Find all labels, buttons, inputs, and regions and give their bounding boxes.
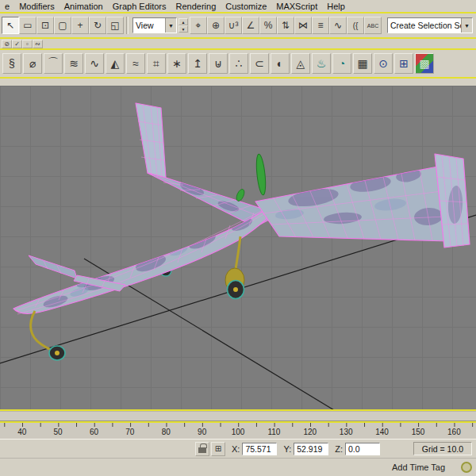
z-label: Z: xyxy=(335,444,343,454)
selection-set-value: Create Selection Set xyxy=(388,18,461,33)
select-and-scale-icon[interactable]: ◱ xyxy=(106,17,124,34)
use-pivot-point-icon[interactable]: ⌖ xyxy=(190,17,207,34)
prompt-bar: Add Time Tag xyxy=(0,458,476,476)
select-object-icon[interactable]: ↖ xyxy=(2,17,19,34)
viewport-canvas xyxy=(0,86,476,409)
propeller-blade[interactable] xyxy=(255,154,267,196)
track-bar[interactable]: 405060708090100110120130140150160 xyxy=(0,423,476,439)
frame-ruler: 405060708090100110120130140150160 xyxy=(0,423,476,436)
grid-axes xyxy=(0,215,476,409)
ripple-tool-icon[interactable]: ∿ xyxy=(85,53,104,74)
scatter-tool-icon[interactable]: ∴ xyxy=(229,53,248,74)
frame-number: 160 xyxy=(436,428,472,436)
rename-objects-icon[interactable]: ABC xyxy=(364,17,382,34)
arc-rotate-icon[interactable] xyxy=(461,462,472,473)
status-bar: ⊞ X: 75.571 Y: 52.919 Z: 0.0 Grid = 10.0 xyxy=(0,439,476,458)
boolean-tool-icon[interactable]: ⊎ xyxy=(209,53,228,74)
y-coordinate-field[interactable]: 52.919 xyxy=(294,443,328,455)
schematic-view-icon[interactable]: ({ xyxy=(347,17,364,34)
menu-item[interactable]: Modifiers xyxy=(14,2,60,11)
menu-item[interactable]: Customize xyxy=(221,2,271,11)
select-and-manipulate-icon[interactable]: ⊕ xyxy=(207,17,225,34)
menu-bar: eModifiersAnimationGraph EditorsRenderin… xyxy=(0,0,476,12)
frame-number: 100 xyxy=(220,428,255,436)
frame-number: 80 xyxy=(148,428,184,436)
add-time-tag-button[interactable]: Add Time Tag xyxy=(392,463,445,472)
coordinate-spinner[interactable]: ▲ ▼ xyxy=(178,18,188,33)
dropdown-arrow-icon[interactable]: ▼ xyxy=(461,18,472,33)
helix-tool-icon[interactable]: § xyxy=(2,53,21,74)
select-and-rotate-icon[interactable]: ↻ xyxy=(89,17,106,34)
aircraft-model[interactable] xyxy=(13,103,470,360)
rect-selection-region-icon[interactable]: ▭ xyxy=(19,17,36,34)
frame-number: 50 xyxy=(40,428,75,436)
frame-number: 110 xyxy=(256,428,292,436)
region-zoom-icon[interactable]: ⊞ xyxy=(394,53,413,74)
align-icon[interactable]: ≡ xyxy=(312,17,329,34)
transform-typein-toggle-icon[interactable]: ⊞ xyxy=(211,442,225,456)
spinner-up-icon[interactable]: ▲ xyxy=(178,18,188,25)
frame-number: 120 xyxy=(292,428,328,436)
menu-item[interactable]: Rendering xyxy=(171,2,221,11)
curve-editor-icon[interactable]: ∿ xyxy=(329,17,347,34)
lathe-tool-icon[interactable]: ⌀ xyxy=(23,53,42,74)
mini-tool-icon-3[interactable]: ▫ xyxy=(22,40,33,48)
snap-tools-group: ⌖⊕∪³∠%⇅⋈≡∿({ABC xyxy=(190,17,382,34)
mirror-icon[interactable]: ⋈ xyxy=(294,17,312,34)
x-label: X: xyxy=(232,444,240,454)
lattice-tool-icon[interactable]: ⌗ xyxy=(147,53,166,74)
mini-tool-icon-4[interactable]: ∾ xyxy=(33,40,43,48)
view-dropdown-value: View xyxy=(133,18,165,33)
mini-tool-icon-2[interactable]: ✓ xyxy=(12,40,22,48)
selection-tools-group: ↖▭⊡▢+↻◱ xyxy=(2,17,124,34)
z-coordinate-field[interactable]: 0.0 xyxy=(345,443,380,455)
conform-tool-icon[interactable]: ⊂ xyxy=(250,53,269,74)
angle-snap-icon[interactable]: ∠ xyxy=(242,17,259,34)
menu-item[interactable]: Animation xyxy=(60,2,108,11)
menu-item[interactable]: Help xyxy=(322,2,350,11)
spinner-down-icon[interactable]: ▼ xyxy=(178,25,188,33)
layer-manager-icon[interactable]: ▦ xyxy=(353,53,372,74)
mini-tool-icon-1[interactable]: ⊘ xyxy=(2,40,12,48)
smooth-tool-icon[interactable]: ∗ xyxy=(167,53,186,74)
select-and-move-icon[interactable]: + xyxy=(71,17,89,34)
named-selection-set-combo[interactable]: Create Selection Set ▼ xyxy=(387,17,473,33)
perspective-viewport[interactable] xyxy=(0,86,476,409)
grid-size-display: Grid = 10.0 xyxy=(413,442,472,455)
render-scene-icon[interactable]: ♨ xyxy=(312,53,331,74)
taper-tool-icon[interactable]: ◭ xyxy=(106,53,125,74)
menu-item[interactable]: Graph Editors xyxy=(108,2,171,11)
main-toolbar: ↖▭⊡▢+↻◱ View ▼ ▲ ▼ ⌖⊕∪³∠%⇅⋈≡∿({ABC Creat… xyxy=(0,13,476,37)
extrude-tool-icon[interactable]: ↥ xyxy=(188,53,207,74)
bend-tool-icon[interactable]: ⌒ xyxy=(44,53,63,74)
toolbar-separator xyxy=(126,17,129,34)
morph-tool-icon[interactable]: ◐ xyxy=(271,53,290,74)
mesher-tool-icon[interactable]: ◬ xyxy=(291,53,310,74)
selection-lock-icon[interactable] xyxy=(195,442,209,456)
dropdown-arrow-icon[interactable]: ▼ xyxy=(165,18,176,33)
frame-number: 40 xyxy=(4,428,40,436)
x-coordinate-field[interactable]: 75.571 xyxy=(242,443,277,455)
fuselage-camo xyxy=(42,216,254,310)
frame-number: 70 xyxy=(112,428,148,436)
window-crossing-icon[interactable]: ⊡ xyxy=(36,17,54,34)
noise-tool-icon[interactable]: ≈ xyxy=(126,53,145,74)
menu-item[interactable]: e xyxy=(0,2,14,11)
selection-filter-icon[interactable]: ▢ xyxy=(54,17,71,34)
percent-snap-icon[interactable]: % xyxy=(259,17,277,34)
menu-item[interactable]: MAXScript xyxy=(271,2,322,11)
color-swatch-icon[interactable]: ▩ xyxy=(415,53,434,74)
wave-tool-icon[interactable]: ≋ xyxy=(64,53,83,74)
mini-toolbar: ⊘✓▫∾ xyxy=(0,39,476,48)
lock-glyph xyxy=(198,447,206,453)
snap-toggle-icon[interactable]: ∪³ xyxy=(225,17,242,34)
3ds-max-window: eModifiersAnimationGraph EditorsRenderin… xyxy=(0,0,476,476)
zoom-tool-icon[interactable]: ⊙ xyxy=(374,53,393,74)
time-slider-track[interactable] xyxy=(0,411,476,421)
quick-render-icon[interactable]: ◔ xyxy=(332,53,351,74)
frame-number: 130 xyxy=(328,428,364,436)
spinner-snap-icon[interactable]: ⇅ xyxy=(277,17,294,34)
reference-coordinate-dropdown[interactable]: View ▼ xyxy=(132,17,177,33)
frame-number: 60 xyxy=(76,428,112,436)
toolbar-spacer xyxy=(0,79,476,86)
